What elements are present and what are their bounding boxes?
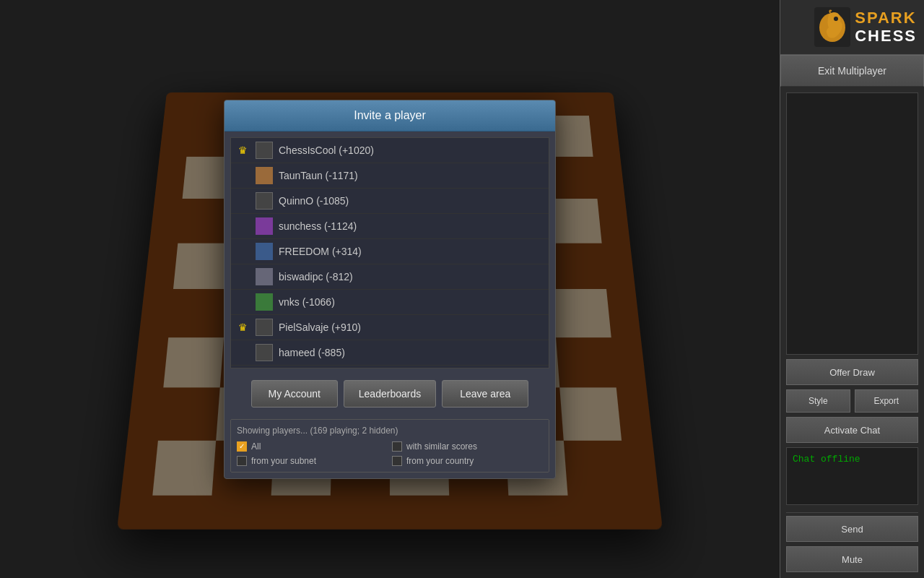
player-name: hameed (-885): [279, 347, 345, 358]
chat-messages: [786, 92, 918, 355]
avatar: [256, 142, 273, 159]
player-name: QuinnO (-1085): [279, 195, 349, 207]
crown-icon: ♛: [238, 145, 250, 155]
filter-all[interactable]: All: [237, 441, 388, 452]
mute-button[interactable]: Mute: [786, 546, 918, 572]
player-row[interactable]: vnks (-1066): [231, 290, 549, 315]
avatar: [256, 167, 273, 184]
brand-header: SPARK CHESS: [780, 0, 924, 55]
main-area: Invite a player ♛ ChessIsCool (+1020) Ta…: [0, 0, 780, 578]
filter-country[interactable]: from your country: [392, 456, 543, 466]
player-name: TaunTaun (-1171): [279, 170, 358, 181]
filter-subnet-label: from your subnet: [251, 456, 316, 466]
player-row[interactable]: ♛ PielSalvaje (+910): [231, 315, 549, 340]
style-button[interactable]: Style: [786, 389, 850, 413]
crown-icon: ♛: [238, 322, 250, 332]
style-export-row: Style Export: [786, 389, 918, 413]
export-button[interactable]: Export: [855, 389, 919, 413]
showing-players-label: Showing players... (169 playing; 2 hidde…: [237, 426, 543, 436]
chat-area: Offer Draw Style Export Activate Chat Ch…: [780, 87, 924, 578]
right-sidebar: SPARK CHESS Exit Multiplayer Offer Draw …: [780, 0, 924, 578]
svg-point-2: [834, 17, 838, 21]
filter-similar-scores-label: with similar scores: [406, 441, 477, 452]
player-row[interactable]: TaunTaun (-1171): [231, 163, 549, 189]
player-name: vnks (-1066): [279, 296, 335, 308]
my-account-button[interactable]: My Account: [251, 380, 338, 407]
avatar: [256, 217, 273, 235]
checkbox-all[interactable]: [237, 441, 247, 452]
filter-subnet[interactable]: from your subnet: [237, 456, 388, 466]
exit-multiplayer-button[interactable]: Exit Multiplayer: [780, 55, 924, 87]
player-row[interactable]: FREEDOM (+314): [231, 239, 549, 264]
avatar: [256, 243, 273, 260]
avatar: [256, 319, 273, 336]
filter-country-label: from your country: [406, 456, 474, 466]
brand-text: SPARK CHESS: [855, 9, 917, 44]
brand-logo: SPARK CHESS: [814, 7, 917, 47]
filter-similar-scores[interactable]: with similar scores: [392, 441, 543, 452]
player-row[interactable]: hameed (-885): [231, 340, 549, 366]
modal-title: Invite a player: [225, 100, 555, 131]
brand-spark: SPARK: [855, 9, 917, 27]
filter-options: All with similar scores from your subnet…: [237, 441, 543, 466]
player-name: FREEDOM (+314): [279, 246, 362, 257]
player-list[interactable]: ♛ ChessIsCool (+1020) TaunTaun (-1171) Q…: [230, 137, 549, 368]
brand-chess: CHESS: [855, 27, 917, 45]
chat-offline-area: Chat offline: [786, 447, 918, 505]
horse-logo-icon: [814, 7, 850, 47]
player-name: PielSalvaje (+910): [279, 322, 361, 333]
chat-divider: [786, 512, 918, 513]
avatar: [256, 293, 273, 311]
player-name: ChessIsCool (+1020): [279, 144, 374, 156]
showing-players-section: Showing players... (169 playing; 2 hidde…: [230, 419, 549, 473]
invite-player-modal: Invite a player ♛ ChessIsCool (+1020) Ta…: [224, 100, 556, 479]
leaderboards-button[interactable]: Leaderboards: [344, 380, 436, 407]
send-button[interactable]: Send: [786, 516, 918, 542]
filter-all-label: All: [251, 441, 261, 452]
player-row[interactable]: chessbuff (-1104): [231, 366, 549, 368]
checkbox-similar-scores[interactable]: [392, 441, 402, 452]
modal-actions: My Account Leaderboards Leave area: [225, 374, 555, 413]
offer-draw-button[interactable]: Offer Draw: [786, 359, 918, 385]
player-name: biswadipc (-812): [279, 271, 353, 282]
chat-offline-text: Chat offline: [793, 454, 860, 465]
activate-chat-button[interactable]: Activate Chat: [786, 417, 918, 443]
player-name: sunchess (-1124): [279, 220, 357, 232]
checkbox-country[interactable]: [392, 456, 402, 466]
modal-title-text: Invite a player: [354, 109, 426, 121]
modal-overlay: Invite a player ♛ ChessIsCool (+1020) Ta…: [0, 0, 780, 578]
checkbox-subnet[interactable]: [237, 456, 247, 466]
avatar: [256, 344, 273, 361]
avatar: [256, 268, 273, 285]
leave-area-button[interactable]: Leave area: [442, 380, 528, 407]
player-row[interactable]: biswadipc (-812): [231, 264, 549, 290]
player-row[interactable]: QuinnO (-1085): [231, 189, 549, 214]
player-row[interactable]: sunchess (-1124): [231, 214, 549, 239]
player-row[interactable]: ♛ ChessIsCool (+1020): [231, 138, 549, 163]
avatar: [256, 192, 273, 210]
